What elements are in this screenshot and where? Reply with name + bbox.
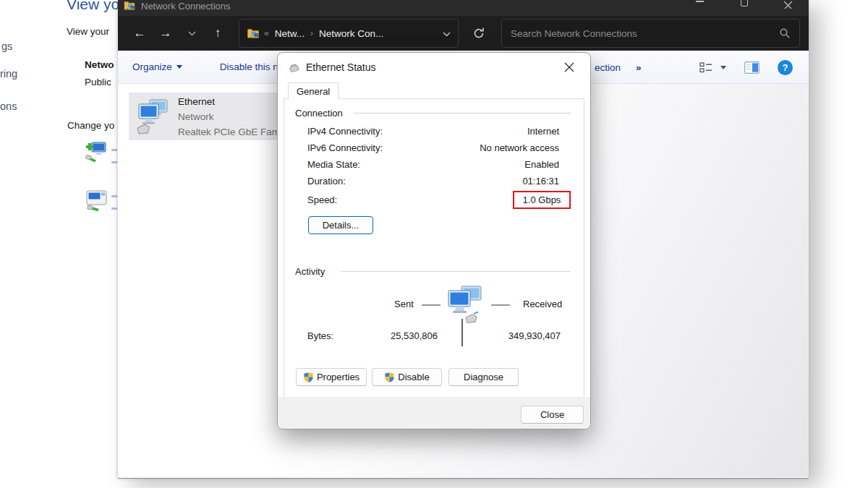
bg-network-label-fragment: Netwo <box>85 59 114 70</box>
ipv6-value: No network access <box>480 142 559 153</box>
media-state-label: Media State: <box>307 159 360 170</box>
minimize-button[interactable] <box>696 0 707 9</box>
details-button[interactable]: Details... <box>308 216 373 234</box>
bg-heading-fragment: View yo <box>67 0 119 13</box>
connection-group-label: Connection <box>295 108 343 119</box>
organize-menu-button[interactable]: Organize <box>132 61 182 72</box>
address-bar[interactable]: « Netw... › Network Con... <box>239 19 459 48</box>
network-folder-icon <box>124 1 135 10</box>
sent-label: Sent <box>394 299 414 309</box>
close-button[interactable]: Close <box>521 406 584 424</box>
connection-network: Network <box>178 109 280 124</box>
setup-connection-icon <box>84 140 109 166</box>
command-overflow-chevrons[interactable]: » <box>636 51 642 84</box>
bg-sidebar-link-fragment[interactable]: gs <box>1 40 12 52</box>
address-folder-icon <box>247 28 260 38</box>
forward-icon[interactable]: → <box>153 20 179 46</box>
up-icon[interactable]: ↑ <box>205 20 231 46</box>
uac-shield-icon <box>384 372 395 383</box>
search-box[interactable] <box>501 19 800 48</box>
dialog-title: Ethernet Status <box>306 61 376 73</box>
ethernet-connection-item[interactable]: Ethernet Network Realtek PCIe GbE Fam <box>129 93 283 140</box>
activity-computers-icon <box>442 284 485 326</box>
activity-group-line <box>341 271 571 272</box>
maximize-button[interactable] <box>741 0 752 9</box>
general-tab-page: Connection IPv4 Connectivity: Internet I… <box>284 98 584 398</box>
breadcrumb-current[interactable]: Network Con... <box>319 28 383 39</box>
disable-network-device-button[interactable]: Disable this ne <box>220 61 284 72</box>
view-options-caret-icon[interactable] <box>720 51 726 84</box>
sent-bytes-value: 25,530,806 <box>391 330 438 341</box>
connection-group-line <box>353 113 571 114</box>
sent-dash <box>422 304 441 306</box>
ipv6-label: IPv6 Connectivity: <box>307 142 383 153</box>
speed-value: 1.0 Gbps <box>523 194 561 205</box>
breadcrumb-collapse-chevrons[interactable]: « <box>264 28 269 38</box>
properties-button[interactable]: Properties <box>296 368 367 386</box>
search-icon[interactable] <box>779 27 791 39</box>
breadcrumb-parent[interactable]: Netw... <box>275 28 305 39</box>
bytes-divider <box>461 319 463 346</box>
uac-shield-icon <box>303 372 314 383</box>
refresh-icon[interactable] <box>467 22 490 45</box>
received-dash <box>491 304 510 306</box>
close-window-button[interactable] <box>783 0 795 9</box>
ipv4-label: IPv4 Connectivity: <box>307 126 383 137</box>
ethernet-plug-icon <box>288 62 300 73</box>
navigation-toolbar: ← → ↑ « Netw... › Network Con... <box>118 16 809 51</box>
troubleshoot-network-icon <box>85 189 109 213</box>
window-titlebar: Network Connections <box>118 0 809 16</box>
speed-label: Speed: <box>307 194 337 205</box>
connection-adapter: Realtek PCIe GbE Fam <box>178 124 280 140</box>
bg-public-fragment: Public <box>85 77 111 87</box>
diagnose-button[interactable]: Diagnose <box>448 368 519 386</box>
speed-highlight-box: 1.0 Gbps <box>513 191 571 209</box>
received-bytes-value: 349,930,407 <box>509 330 561 341</box>
back-icon[interactable]: ← <box>127 20 153 46</box>
duration-label: Duration: <box>307 176 346 187</box>
tab-general[interactable]: General <box>288 82 339 99</box>
dialog-header: Ethernet Status <box>278 53 590 82</box>
disable-button[interactable]: Disable <box>372 368 442 386</box>
received-label: Received <box>523 299 562 309</box>
view-connection-status-button[interactable]: ection <box>595 51 621 84</box>
ethernet-status-dialog: Ethernet Status General Connection IPv4 … <box>277 52 591 429</box>
search-input[interactable] <box>511 28 779 39</box>
window-title: Network Connections <box>141 0 231 12</box>
dialog-close-icon[interactable] <box>558 56 580 78</box>
view-options-icon[interactable] <box>699 51 712 84</box>
help-icon[interactable]: ? <box>778 51 793 84</box>
bg-sidebar-link-fragment[interactable]: ons <box>0 100 17 112</box>
preview-pane-icon[interactable] <box>744 51 760 84</box>
bg-sidebar-link-fragment[interactable]: ring <box>0 68 17 80</box>
duration-value: 01:16:31 <box>522 176 559 187</box>
recent-locations-chevron-icon[interactable] <box>179 20 205 46</box>
activity-group-label: Activity <box>295 266 325 277</box>
media-state-value: Enabled <box>524 159 559 170</box>
bg-change-fragment: Change yo <box>67 120 114 131</box>
connection-name: Ethernet <box>178 94 280 109</box>
address-dropdown-chevron-icon[interactable] <box>443 27 451 40</box>
organize-caret-icon <box>176 65 182 69</box>
bg-line-fragment: View your <box>67 26 109 37</box>
breadcrumb-separator-icon: › <box>310 28 313 38</box>
dialog-footer: Close <box>278 397 590 429</box>
bytes-label: Bytes: <box>307 330 333 341</box>
ipv4-value: Internet <box>527 126 559 137</box>
ethernet-adapter-icon <box>133 97 171 136</box>
